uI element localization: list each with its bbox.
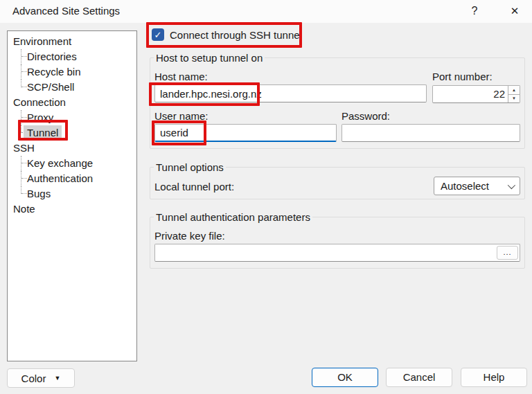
- help-icon[interactable]: ?: [460, 0, 489, 22]
- tree-item-recycle-bin[interactable]: Recycle bin: [8, 64, 136, 80]
- spinner-up-icon[interactable]: ▲: [508, 86, 520, 95]
- local-tunnel-port-value: Autoselect: [441, 180, 508, 192]
- tree-connector: [21, 186, 27, 194]
- ssh-tunnel-checkbox-label[interactable]: Connect through SSH tunnel: [170, 29, 302, 41]
- settings-tree: Environment Directories Recycle bin SCP/…: [7, 30, 137, 361]
- tree-item-note[interactable]: Note: [8, 202, 136, 217]
- spinner-down-icon[interactable]: ▼: [508, 95, 520, 103]
- tree-connector: [21, 80, 27, 87]
- tunnel-auth-title: Tunnel authentication parameters: [154, 211, 312, 223]
- ssh-tunnel-checkbox[interactable]: ✓: [152, 28, 164, 41]
- host-name-label: Host name:: [154, 71, 208, 82]
- color-dropdown-button[interactable]: Color ▼: [7, 368, 75, 388]
- port-number-stepper[interactable]: 22 ▲ ▼: [432, 85, 520, 103]
- private-key-file-label: Private key file:: [154, 230, 225, 242]
- user-name-label: User name:: [154, 110, 209, 122]
- tree-item-tunnel-selected: Tunnel: [24, 125, 62, 141]
- close-icon[interactable]: ✕: [500, 0, 529, 22]
- private-key-file-input[interactable]: [154, 244, 520, 262]
- tunnel-auth-group: Tunnel authentication parameters Private…: [150, 217, 525, 269]
- cancel-button[interactable]: Cancel: [386, 368, 452, 387]
- help-button[interactable]: Help: [461, 368, 527, 387]
- port-spinner: ▲ ▼: [508, 86, 520, 102]
- password-label: Password:: [342, 110, 390, 122]
- tunnel-options-title: Tunnel options: [154, 161, 226, 173]
- tree-item-key-exchange[interactable]: Key exchange: [8, 156, 136, 171]
- tree-item-authentication[interactable]: Authentication: [8, 171, 136, 186]
- ok-button[interactable]: OK: [312, 368, 378, 387]
- tree-item-directories[interactable]: Directories: [8, 49, 136, 64]
- tunnel-options-group: Tunnel options Local tunnel port: Autose…: [150, 167, 525, 199]
- host-name-input[interactable]: [154, 84, 427, 102]
- host-group: Host to setup tunnel on Host name: Port …: [150, 57, 525, 149]
- tree-item-scp-shell[interactable]: SCP/Shell: [8, 80, 136, 95]
- color-button-label: Color: [21, 370, 46, 387]
- advanced-site-settings-dialog: Advanced Site Settings ? ✕ Environment D…: [0, 0, 532, 394]
- local-tunnel-port-select[interactable]: Autoselect: [434, 177, 520, 195]
- chevron-down-icon: [508, 181, 515, 188]
- tree-item-tunnel[interactable]: Tunnel: [8, 125, 136, 141]
- ssh-tunnel-checkbox-row: ✓ Connect through SSH tunnel: [152, 28, 302, 41]
- tree-connector: [21, 110, 27, 125]
- browse-ellipsis-button[interactable]: ...: [497, 246, 518, 260]
- port-number-value: 22: [433, 86, 508, 102]
- host-group-title: Host to setup tunnel on: [154, 52, 265, 64]
- port-number-label: Port number:: [432, 71, 493, 82]
- tree-item-ssh[interactable]: SSH: [8, 141, 136, 156]
- tree-item-proxy[interactable]: Proxy: [8, 110, 136, 125]
- tree-item-connection[interactable]: Connection: [8, 95, 136, 110]
- local-tunnel-port-label: Local tunnel port:: [154, 181, 234, 192]
- dialog-title: Advanced Site Settings: [12, 5, 120, 17]
- tree-connector: [21, 64, 27, 80]
- dropdown-arrow-icon: ▼: [54, 370, 60, 387]
- password-input[interactable]: [342, 124, 520, 142]
- user-name-input[interactable]: [154, 124, 337, 142]
- title-bar: Advanced Site Settings ? ✕: [0, 0, 532, 23]
- tree-connector: [21, 49, 27, 64]
- tree-connector: [21, 156, 27, 171]
- tree-item-bugs[interactable]: Bugs: [8, 186, 136, 202]
- tree-connector: [21, 171, 27, 186]
- tree-item-environment[interactable]: Environment: [8, 34, 136, 49]
